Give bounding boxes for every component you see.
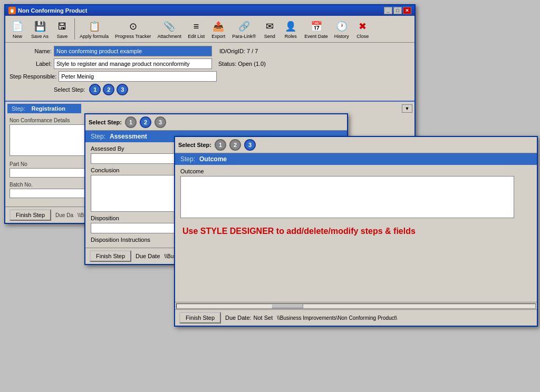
para-link-button[interactable]: 🔗 Para-Link® xyxy=(229,17,258,41)
style-designer-message: Use STYLE DESIGNER to add/delete/modify … xyxy=(180,221,532,241)
outcome-step-header: Step: Outcome xyxy=(175,153,537,165)
expand-button[interactable]: ▼ xyxy=(402,104,412,113)
title-bar: 📋 Non Conforming Product _ □ ✕ xyxy=(5,5,414,16)
save-button[interactable]: 🖫 Save xyxy=(52,17,72,41)
finish-step-button[interactable]: Finish Step xyxy=(9,209,51,221)
export-label: Export xyxy=(211,34,225,39)
progress-tracker-icon: ⊙ xyxy=(126,19,140,34)
assessment-step-keyword: Step: xyxy=(91,133,105,140)
step-name: Registration xyxy=(32,105,65,112)
attachment-button[interactable]: 📎 Attachment xyxy=(155,17,185,41)
history-icon: 🕐 xyxy=(334,19,349,34)
export-icon: 📤 xyxy=(211,19,226,34)
form-area: Name: ID/OrigID: 7 / 7 Label: Status: Op… xyxy=(5,43,414,101)
maximize-btn[interactable]: □ xyxy=(393,7,402,14)
app-icon: 📋 xyxy=(8,7,16,14)
non-conformance-group: Non Conformance Details xyxy=(9,117,89,157)
apply-formula-button[interactable]: 📋 Apply formula xyxy=(77,17,111,41)
new-label: New xyxy=(13,34,22,39)
name-row: Name: ID/OrigID: 7 / 7 xyxy=(9,46,410,56)
id-label: ID/OrigID: xyxy=(219,48,245,54)
assessment-step-name: Assessment xyxy=(110,133,147,140)
outcome-step-name: Outcome xyxy=(199,155,227,163)
attachment-icon: 📎 xyxy=(162,19,177,34)
send-button[interactable]: ✉ Send xyxy=(259,17,279,41)
roles-label: Roles xyxy=(285,34,297,39)
step-responsible-input[interactable] xyxy=(59,71,217,82)
assessment-step-1[interactable]: 1 xyxy=(125,116,137,128)
save-icon: 🖫 xyxy=(55,19,70,34)
close-window-btn[interactable]: ✕ xyxy=(403,7,411,14)
select-step-label: Select Step: xyxy=(54,86,85,93)
outcome-step-keyword: Step: xyxy=(180,155,195,163)
step-circle-3[interactable]: 3 xyxy=(117,84,128,95)
new-icon: 📄 xyxy=(10,19,25,34)
assessment-step-2[interactable]: 2 xyxy=(140,116,151,128)
assessment-finish-step-button[interactable]: Finish Step xyxy=(90,250,131,262)
history-label: History xyxy=(334,34,349,39)
assessment-header: Select Step: 1 2 3 xyxy=(85,114,347,131)
toolbar-separator-1 xyxy=(74,18,75,40)
close-button[interactable]: ✖ Close xyxy=(353,17,373,41)
minimize-btn[interactable]: _ xyxy=(384,7,392,14)
outcome-step-1[interactable]: 1 xyxy=(215,139,226,151)
para-link-icon: 🔗 xyxy=(237,19,252,34)
step-circle-2[interactable]: 2 xyxy=(103,84,114,95)
label-input[interactable] xyxy=(54,58,212,69)
outcome-textarea[interactable] xyxy=(180,176,514,218)
scrollbar-thumb[interactable] xyxy=(272,304,303,308)
outcome-content: Outcome Use STYLE DESIGNER to add/delete… xyxy=(175,165,537,302)
edit-list-button[interactable]: ≡ Edit List xyxy=(185,17,207,41)
horizontal-scrollbar[interactable] xyxy=(175,302,537,309)
attachment-label: Attachment xyxy=(158,34,182,39)
scrollbar-track xyxy=(176,303,536,309)
event-date-icon: 📅 xyxy=(309,19,324,34)
part-no-group: Part No xyxy=(9,161,89,178)
step-header: Step: Registration xyxy=(7,104,81,113)
progress-tracker-button[interactable]: ⊙ Progress Tracker xyxy=(112,17,154,41)
outcome-step-3[interactable]: 3 xyxy=(244,139,256,151)
left-panel: Non Conformance Details Part No Batch No… xyxy=(9,117,89,202)
id-info: ID/OrigID: 7 / 7 xyxy=(219,48,258,54)
outcome-step-2[interactable]: 2 xyxy=(229,139,241,151)
apply-formula-icon: 📋 xyxy=(87,19,102,34)
status-label: Status: xyxy=(218,61,236,67)
name-label: Name: xyxy=(9,48,52,54)
title-bar-left: 📋 Non Conforming Product xyxy=(8,7,87,14)
close-label: Close xyxy=(356,34,369,39)
assessment-step-3[interactable]: 3 xyxy=(155,116,166,128)
step-circle-1[interactable]: 1 xyxy=(89,84,101,95)
para-link-label: Para-Link® xyxy=(232,34,256,39)
roles-icon: 👤 xyxy=(283,19,298,34)
assessment-select-step-label: Select Step: xyxy=(89,119,122,125)
history-button[interactable]: 🕐 History xyxy=(332,17,352,41)
step-responsible-label: Step Responsible: xyxy=(9,73,56,80)
save-as-icon: 💾 xyxy=(33,19,47,34)
save-as-button[interactable]: 💾 Save As xyxy=(28,17,51,41)
edit-list-label: Edit List xyxy=(188,34,205,39)
export-button[interactable]: 📤 Export xyxy=(208,17,228,41)
label-label: Label: xyxy=(9,61,52,67)
due-date-label: Due Date: xyxy=(225,315,252,321)
batch-no-input[interactable] xyxy=(9,189,89,198)
due-date-label: Due Da xyxy=(55,212,73,218)
non-conformance-textarea[interactable] xyxy=(9,124,89,156)
name-input[interactable] xyxy=(54,46,212,56)
toolbar: 📄 New 💾 Save As 🖫 Save 📋 Apply formula ⊙… xyxy=(5,16,414,43)
outcome-label: Outcome xyxy=(180,168,532,174)
apply-formula-label: Apply formula xyxy=(80,34,109,39)
event-date-button[interactable]: 📅 Event Date xyxy=(302,17,331,41)
outcome-bottom-bar: Finish Step Due Date: Not Set \\Business… xyxy=(175,309,537,326)
step-keyword: Step: xyxy=(12,105,25,112)
non-conformance-label: Non Conformance Details xyxy=(9,117,89,123)
outcome-window: Select Step: 1 2 3 Step: Outcome Outcome… xyxy=(174,136,538,327)
progress-tracker-label: Progress Tracker xyxy=(115,34,151,39)
part-no-input[interactable] xyxy=(9,168,89,178)
part-no-label: Part No xyxy=(9,161,89,167)
batch-no-group: Batch No. xyxy=(9,182,89,198)
new-button[interactable]: 📄 New xyxy=(7,17,27,41)
roles-button[interactable]: 👤 Roles xyxy=(281,17,301,41)
outcome-path: \\Business Improvements\Non Conforming P… xyxy=(277,315,397,321)
outcome-finish-step-button[interactable]: Finish Step xyxy=(179,312,221,324)
status-info: Status: Open (1.0) xyxy=(218,61,266,67)
